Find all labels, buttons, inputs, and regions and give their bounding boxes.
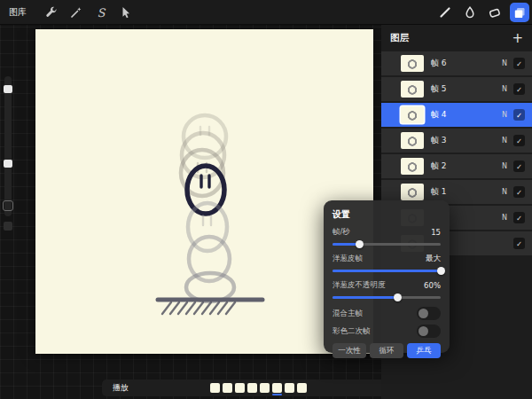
- layer-row[interactable]: 帧 5 N ✓: [381, 77, 532, 101]
- brush-size-slider[interactable]: [4, 85, 12, 93]
- layer-thumbnail: [401, 132, 424, 149]
- gallery-button[interactable]: 图库: [9, 6, 27, 19]
- blend-primary-toggle[interactable]: [417, 307, 441, 320]
- top-toolbar: 图库 S: [0, 0, 532, 25]
- timeline-frame-thumb[interactable]: [297, 383, 307, 393]
- procreate-app: 图库 S: [0, 0, 532, 399]
- layer-blend-mode-badge[interactable]: N: [502, 85, 507, 93]
- layer-row[interactable]: 帧 4 N ✓: [381, 103, 532, 127]
- selection-icon[interactable]: S: [91, 3, 111, 22]
- add-layer-button[interactable]: +: [512, 32, 523, 45]
- layer-visibility-checkbox[interactable]: ✓: [513, 83, 525, 95]
- eraser-icon[interactable]: [485, 3, 505, 22]
- popup-title: 设置: [332, 208, 441, 221]
- smudge-icon[interactable]: [460, 3, 480, 22]
- layer-blend-mode-badge[interactable]: N: [502, 137, 507, 145]
- fps-value: 15: [431, 228, 441, 237]
- brush-icon[interactable]: [435, 3, 455, 22]
- layer-thumbnail: [401, 81, 424, 98]
- layer-thumbnail: [401, 158, 424, 175]
- blend-primary-label: 混合主帧: [332, 309, 363, 319]
- mode-one-shot-button[interactable]: 一次性: [332, 343, 366, 358]
- animation-settings-popup: 设置 帧/秒 15 洋葱皮帧 最大 洋葱皮不透明度 60% 混合主帧 彩色二次帧…: [324, 200, 450, 353]
- fps-slider[interactable]: [332, 243, 441, 246]
- undo-button[interactable]: [4, 222, 12, 231]
- layer-name: 帧 2: [431, 160, 447, 172]
- timeline-frame-thumb[interactable]: [210, 383, 220, 393]
- onion-opacity-slider[interactable]: [332, 296, 441, 299]
- slider-knob[interactable]: [394, 293, 402, 301]
- timeline-frame-thumb[interactable]: [235, 383, 245, 393]
- brush-opacity-slider[interactable]: [4, 160, 12, 168]
- timeline-frame-thumb[interactable]: [285, 383, 294, 393]
- layer-row[interactable]: 帧 3 N ✓: [381, 129, 532, 153]
- onion-frames-value: 最大: [426, 254, 441, 264]
- layer-visibility-checkbox[interactable]: ✓: [513, 109, 525, 121]
- wrench-icon[interactable]: [42, 3, 61, 22]
- layer-thumbnail: [401, 184, 424, 200]
- layers-panel-title: 图层: [390, 32, 409, 44]
- layer-visibility-checkbox[interactable]: ✓: [513, 238, 525, 249]
- bouncing-ball-sketch: [35, 29, 373, 354]
- timeline-frame-thumb[interactable]: [247, 383, 257, 393]
- layer-name: 帧 6: [431, 58, 447, 69]
- layer-thumbnail: [401, 106, 424, 123]
- layer-blend-mode-badge[interactable]: N: [502, 188, 507, 196]
- layer-thumbnail: [401, 55, 424, 72]
- drawing-canvas[interactable]: [35, 29, 373, 354]
- adjustments-icon[interactable]: [66, 3, 86, 22]
- transform-icon[interactable]: [116, 3, 136, 22]
- fps-label: 帧/秒: [332, 227, 350, 238]
- onion-opacity-value: 60%: [424, 281, 441, 290]
- svg-text:S: S: [98, 5, 106, 19]
- slider-knob[interactable]: [437, 267, 445, 275]
- timeline-frame-thumb[interactable]: [272, 383, 282, 393]
- layer-name: 帧 1: [431, 186, 447, 198]
- layer-name: 帧 4: [431, 109, 447, 121]
- layer-name: 帧 3: [431, 135, 447, 146]
- layer-blend-mode-badge[interactable]: N: [502, 59, 507, 67]
- layer-visibility-checkbox[interactable]: ✓: [513, 58, 525, 69]
- tint-secondary-toggle[interactable]: [417, 325, 441, 338]
- layers-icon[interactable]: [510, 3, 529, 22]
- layer-visibility-checkbox[interactable]: ✓: [513, 135, 525, 146]
- modify-button[interactable]: [3, 200, 13, 211]
- layer-visibility-checkbox[interactable]: ✓: [513, 186, 525, 198]
- tint-secondary-label: 彩色二次帧: [332, 326, 371, 337]
- play-button[interactable]: 播放: [113, 382, 129, 394]
- layer-row[interactable]: 帧 2 N ✓: [381, 154, 532, 178]
- timeline-frame-thumb[interactable]: [223, 383, 232, 393]
- layer-blend-mode-badge[interactable]: N: [502, 162, 507, 170]
- frames-strip: [210, 383, 307, 393]
- timeline-frame-thumb[interactable]: [260, 383, 270, 393]
- onion-frames-label: 洋葱皮帧: [332, 254, 363, 264]
- layer-name: 帧 5: [431, 83, 447, 95]
- mode-loop-button[interactable]: 循环: [370, 343, 403, 358]
- slider-knob[interactable]: [356, 240, 364, 248]
- sidebar-slider-track: [4, 76, 12, 216]
- layer-blend-mode-badge[interactable]: N: [502, 214, 507, 222]
- layer-blend-mode-badge[interactable]: N: [502, 111, 507, 119]
- layer-visibility-checkbox[interactable]: ✓: [513, 160, 525, 172]
- mode-ping-pong-button[interactable]: 乒乓: [407, 343, 441, 358]
- layers-panel-header: 图层 +: [381, 25, 532, 51]
- onion-opacity-label: 洋葱皮不透明度: [332, 280, 386, 291]
- layer-row[interactable]: 帧 6 N ✓: [381, 51, 532, 75]
- onion-frames-slider[interactable]: [332, 270, 441, 272]
- layer-visibility-checkbox[interactable]: ✓: [513, 212, 525, 223]
- playback-mode-group: 一次性 循环 乒乓: [332, 343, 441, 358]
